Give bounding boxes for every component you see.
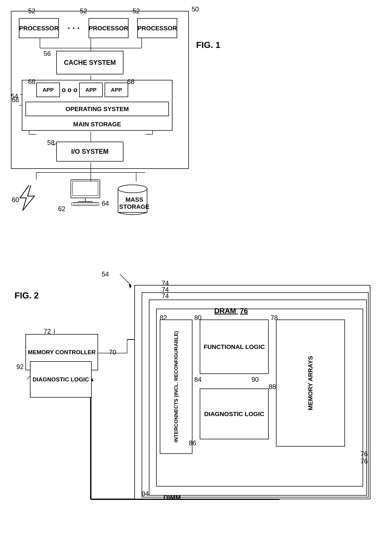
ref-88: 88 [269,383,276,391]
ref-74c: 74 [162,292,169,300]
ref-76b: 76 [360,450,368,458]
svg-point-53 [118,185,147,193]
diagnostic-inner-box: DIAGNOSTIC LOGIC [200,388,269,439]
computer-container [65,178,105,208]
ref-58: 58 [47,139,55,147]
app-box-3: APP [105,83,128,97]
app-box-1: APP [36,83,60,97]
dimm-text-label: DIMM [163,494,181,501]
svg-marker-42 [129,283,132,289]
fig1-label: FIG. 1 [196,40,220,50]
ref-92: 92 [16,363,23,371]
dram-label: DRAM 76 [214,307,248,315]
memory-arrays-box: MEMORY ARRAYS [276,320,345,447]
ref-54-fig2: 54 [102,270,109,278]
ref-84: 84 [194,376,201,383]
ref-50: 50 [191,5,199,13]
processor-row: PROCESSOR · · · PROCESSOR PROCESSOR [14,18,182,38]
ref-62: 62 [58,205,65,213]
svg-rect-46 [71,180,100,198]
lightning-container [13,183,40,213]
ref-94: 94 [142,490,149,498]
ref-76c: 76 [360,457,368,465]
processor-dots: · · · [68,23,80,33]
ref-76: 76 [240,307,248,315]
cache-system-box: CACHE SYSTEM [56,51,123,74]
ref-68a: 68 [28,78,35,86]
memory-arrays-text: MEMORY ARRAYS [307,356,314,410]
os-box: OPERATING SYSTEM [25,102,169,116]
dram-text: DRAM [214,307,236,315]
diagnostic-outer-box: DIAGNOSTIC LOGIC [30,361,92,398]
functional-logic-box: FUNCTIONAL LOGIC [200,320,269,374]
svg-rect-51 [74,203,97,205]
app-box-dots: o o o [62,86,77,94]
processor-box-1: PROCESSOR [19,18,59,38]
mass-storage-container: MASS STORAGE [112,181,153,219]
ref-86: 86 [189,439,196,447]
svg-rect-47 [73,181,98,196]
svg-line-41 [120,274,131,285]
mass-storage-text: MASS STORAGE [116,196,153,210]
fig2-label: FIG. 2 [14,290,39,300]
processor-box-2: PROCESSOR [89,18,129,38]
main-storage-label: MAIN STORAGE [25,121,169,128]
ref-70: 70 [109,349,116,356]
app-box-2: APP [79,83,103,97]
app-row: APP o o o APP APP [36,83,156,97]
ref-56: 56 [44,50,51,58]
io-system-box: I/O SYSTEM [56,142,123,162]
interconnects-box: INTERCONNECTS (INCL. RECONFIGURABLE) [160,320,192,454]
processor-box-3: PROCESSOR [137,18,177,38]
interconnects-text: INTERCONNECTS (INCL. RECONFIGURABLE) [173,331,179,442]
ref-90: 90 [252,376,259,383]
ref-66: 66 [12,96,19,104]
